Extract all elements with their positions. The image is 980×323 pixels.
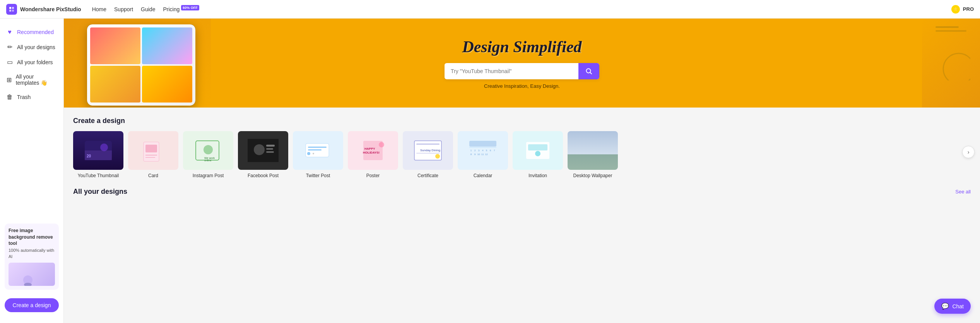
carousel-next-button[interactable]: › <box>962 146 975 158</box>
main-content: Design Simplified Creative Inspiration, … <box>64 19 980 323</box>
pricing-badge: 60% OFF <box>181 5 199 10</box>
facebook-card-label: Facebook Post <box>238 173 288 178</box>
wallpaper-card-label: Desktop Wallpaper <box>568 173 618 178</box>
svg-rect-16 <box>145 145 157 152</box>
design-card-youtube[interactable]: 20 YouTube Thumbnail <box>73 131 123 178</box>
nav-home[interactable]: Home <box>92 6 106 12</box>
youtube-card-label: YouTube Thumbnail <box>73 173 123 178</box>
wallpaper-card-img <box>568 131 618 170</box>
instagram-card-label: Instagram Post <box>183 173 233 178</box>
facebook-card-img <box>238 131 288 170</box>
chat-icon: 💬 <box>941 302 949 310</box>
see-all-link[interactable]: See all <box>955 189 971 195</box>
svg-point-14 <box>100 144 108 151</box>
all-designs-header: All your designs See all <box>73 188 971 196</box>
svg-point-25 <box>254 144 265 155</box>
nav-pricing[interactable]: Pricing 60% OFF <box>163 6 199 12</box>
nav-guide[interactable]: Guide <box>141 6 155 12</box>
nav-links: Home Support Guide Pricing 60% OFF <box>92 6 951 12</box>
svg-rect-0 <box>9 7 11 9</box>
top-navigation: Wondershare PixStudio Home Support Guide… <box>0 0 980 19</box>
svg-rect-9 <box>936 30 966 32</box>
svg-text:HOLIDAYS!: HOLIDAYS! <box>363 151 380 154</box>
svg-rect-46 <box>469 141 496 147</box>
card-card-img <box>128 131 178 170</box>
certificate-card-img: Sunday Dining <box>403 131 453 170</box>
twitter-card-label: Twitter Post <box>293 173 343 178</box>
design-card-wallpaper[interactable]: Desktop Wallpaper <box>568 131 618 178</box>
nav-support[interactable]: Support <box>114 6 133 12</box>
svg-point-44 <box>435 154 440 159</box>
svg-point-63 <box>535 151 540 156</box>
sidebar-item-all-folders[interactable]: ▭ All your folders <box>0 55 63 70</box>
design-card-invitation[interactable]: Invitation <box>513 131 563 178</box>
chat-widget[interactable]: 💬 Chat <box>934 299 971 314</box>
svg-rect-31 <box>308 147 327 148</box>
hero-search-bar <box>445 63 599 79</box>
app-logo[interactable]: Wondershare PixStudio <box>6 4 81 15</box>
sidebar-item-all-designs[interactable]: ✏ All your designs <box>0 39 63 55</box>
svg-rect-8 <box>936 26 959 28</box>
svg-text:Sunday Dining: Sunday Dining <box>420 149 440 152</box>
bg-remove-subtitle: 100% automatically with AI <box>9 248 55 260</box>
bg-remove-card[interactable]: Free image background remove tool 100% a… <box>5 224 59 290</box>
poster-card-img: HAPPYHOLIDAYS! <box>348 131 398 170</box>
create-section-title: Create a design <box>73 117 125 125</box>
design-card-card[interactable]: Card <box>128 131 178 178</box>
svg-rect-28 <box>266 151 274 153</box>
svg-rect-3 <box>12 10 14 12</box>
sidebar-item-recommended[interactable]: ♥ Recommended <box>0 25 63 39</box>
search-icon <box>585 68 592 75</box>
pro-badge-icon: ⭐ <box>951 5 960 14</box>
calendar-card-label: Calendar <box>458 173 508 178</box>
certificate-card-label: Certificate <box>403 173 453 178</box>
invitation-card-label: Invitation <box>513 173 563 178</box>
svg-rect-2 <box>9 10 11 12</box>
hero-search-button[interactable] <box>578 63 599 79</box>
template-icon: ⊞ <box>6 76 12 84</box>
sidebar-item-trash[interactable]: 🗑 Trash <box>0 90 63 104</box>
svg-rect-32 <box>308 149 322 150</box>
svg-rect-1 <box>12 7 14 9</box>
calendar-card-img: 123456789101112 <box>458 131 508 170</box>
trash-icon: 🗑 <box>6 94 13 101</box>
page-wrapper: ♥ Recommended ✏ All your designs ▭ All y… <box>0 19 980 323</box>
svg-point-21 <box>204 145 213 154</box>
app-name: Wondershare PixStudio <box>20 6 81 12</box>
design-cards-wrapper: 20 YouTube Thumbnail Card W <box>73 131 971 181</box>
design-card-facebook[interactable]: Facebook Post <box>238 131 288 178</box>
logo-icon <box>6 4 17 15</box>
instagram-card-img: We workonline <box>183 131 233 170</box>
design-card-certificate[interactable]: Sunday Dining Certificate <box>403 131 453 178</box>
design-cards: 20 YouTube Thumbnail Card W <box>73 131 971 181</box>
all-designs-section: All your designs See all <box>64 181 980 208</box>
create-design-button[interactable]: Create a design <box>5 298 59 312</box>
svg-text:11: 11 <box>481 153 484 156</box>
section-header: Create a design <box>73 117 971 125</box>
svg-rect-27 <box>266 148 273 150</box>
hero-banner: Design Simplified Creative Inspiration, … <box>64 19 980 108</box>
pro-label: PRO <box>963 6 974 12</box>
svg-text:HAPPY: HAPPY <box>364 147 375 150</box>
svg-line-7 <box>590 72 592 74</box>
svg-point-33 <box>307 152 310 155</box>
svg-rect-26 <box>266 145 275 147</box>
youtube-card-img: 20 <box>73 131 123 170</box>
svg-point-39 <box>379 142 384 147</box>
hero-title: Design Simplified <box>64 38 980 56</box>
hero-search-input[interactable] <box>445 63 578 79</box>
card-card-label: Card <box>128 173 178 178</box>
hero-center: Design Simplified Creative Inspiration, … <box>64 38 980 89</box>
chat-label: Chat <box>952 303 964 309</box>
svg-rect-43 <box>416 153 440 154</box>
svg-text:20: 20 <box>87 154 91 158</box>
svg-point-34 <box>313 153 314 154</box>
create-design-section: Create a design 20 YouTube Thumbnail <box>64 108 980 181</box>
pencil-icon: ✏ <box>6 43 13 51</box>
design-card-poster[interactable]: HAPPYHOLIDAYS! Poster <box>348 131 398 178</box>
design-card-twitter[interactable]: Twitter Post <box>293 131 343 178</box>
design-card-instagram[interactable]: We workonline Instagram Post <box>183 131 233 178</box>
svg-rect-62 <box>528 144 547 150</box>
sidebar-item-all-templates[interactable]: ⊞ All your templates 👋 <box>0 70 63 90</box>
design-card-calendar[interactable]: 123456789101112 Calendar <box>458 131 508 178</box>
